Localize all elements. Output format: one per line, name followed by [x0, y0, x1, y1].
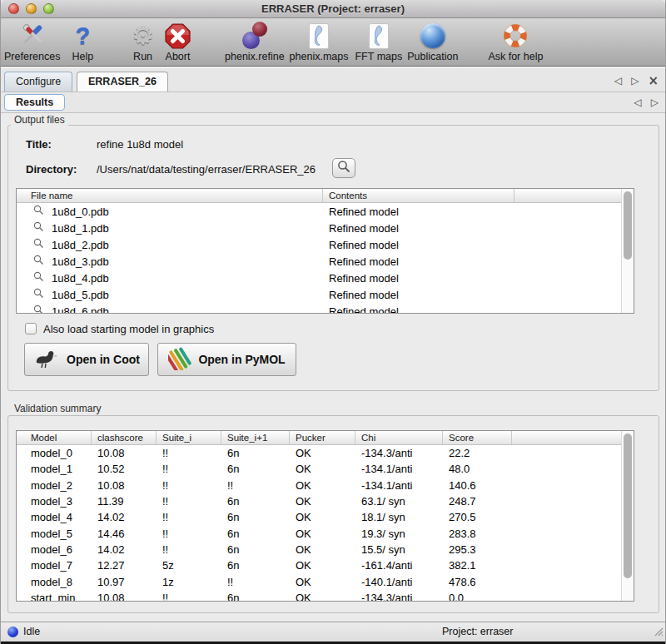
tab-results[interactable]: Results	[4, 94, 65, 111]
fft-maps-button[interactable]: FFT maps	[355, 21, 402, 62]
validation-row[interactable]: model_6 14.02 !! 6n OK 15.5/ syn 295.3	[17, 542, 634, 557]
validation-row[interactable]: model_7 12.27 5z 6n OK -161.4/anti 382.1	[17, 557, 634, 573]
scrollbar-thumb[interactable]	[624, 191, 632, 260]
tab-prev-icon[interactable]: ◁	[634, 97, 642, 108]
validation-row[interactable]: model_2 10.08 !! !! OK -134.1/anti 140.6	[17, 478, 634, 493]
gear-icon: ⚙	[132, 21, 154, 51]
cell: 14.46	[92, 528, 157, 540]
tab-next-icon[interactable]: ▷	[651, 97, 659, 108]
validation-row[interactable]: model_5 14.46 !! 6n OK 19.3/ syn 283.8	[17, 525, 634, 541]
column-header-suite-i[interactable]: Suite_i	[157, 431, 221, 444]
file-row[interactable]: 1u8d_2.pdb Refined model	[17, 236, 634, 253]
file-contents: Refined model	[323, 272, 514, 285]
cell: 10.08	[92, 592, 157, 602]
output-file-list[interactable]: File name Contents 1u8d_0.pdb Refined mo…	[16, 188, 634, 314]
validation-header: Model clashscore Suite_i Suite_i+1 Pucke…	[17, 431, 634, 445]
cell: model_0	[17, 447, 92, 459]
column-header-empty	[512, 431, 634, 444]
tab-next-icon[interactable]: ▷	[631, 75, 639, 87]
scrollbar-thumb[interactable]	[624, 433, 632, 578]
tab-configure[interactable]: Configure	[4, 72, 72, 92]
column-header-clashscore[interactable]: clashscore	[92, 431, 157, 444]
file-row[interactable]: 1u8d_6.pdb Refined model	[17, 303, 634, 314]
toolbar-label: phenix.refine	[225, 51, 285, 62]
load-starting-model-label: Also load starting model in graphics	[43, 323, 214, 335]
map-density-icon	[369, 21, 389, 51]
validation-table[interactable]: Model clashscore Suite_i Suite_i+1 Pucke…	[16, 430, 634, 602]
directory-field-value: /Users/nat/data/testing/erraser/ERRASER_…	[97, 163, 316, 176]
cell: 140.6	[443, 479, 512, 492]
column-header-model[interactable]: Model	[17, 431, 92, 444]
cell: model_6	[17, 543, 92, 556]
abort-button[interactable]: Abort	[164, 21, 191, 62]
cell: OK	[290, 592, 355, 602]
output-files-group-label: Output files	[11, 114, 68, 126]
cell: OK	[290, 463, 355, 475]
cell: OK	[290, 479, 355, 492]
cell: 270.5	[443, 511, 512, 523]
cell: 382.1	[443, 559, 512, 572]
magnifier-icon	[33, 205, 44, 218]
file-list-rows: 1u8d_0.pdb Refined model 1u8d_1.pdb Refi…	[17, 203, 634, 314]
file-row[interactable]: 1u8d_5.pdb Refined model	[17, 286, 634, 303]
magnifier-icon	[33, 221, 44, 235]
file-contents: Refined model	[323, 206, 514, 218]
toolbar: Preferences ? Help ⚙ Run Abort pheni	[1, 18, 665, 67]
open-in-coot-button[interactable]: Open in Coot	[24, 343, 149, 376]
phenix-maps-button[interactable]: phenix.maps	[290, 21, 349, 62]
column-header-suite-i1[interactable]: Suite_i+1	[221, 431, 290, 444]
validation-row[interactable]: model_3 11.39 !! 6n OK 63.1/ syn 248.7	[17, 493, 634, 509]
validation-row[interactable]: model_0 10.08 !! 6n OK -134.3/anti 22.2	[17, 445, 634, 461]
file-row[interactable]: 1u8d_4.pdb Refined model	[17, 270, 634, 286]
magnifier-icon	[33, 271, 44, 285]
publication-button[interactable]: Publication	[407, 21, 458, 62]
open-in-pymol-button[interactable]: Open in PyMOL	[157, 343, 296, 376]
toolbar-label: Help	[72, 51, 93, 62]
phenix-refine-button[interactable]: phenix.refine	[225, 21, 285, 62]
tab-close-icon[interactable]: ×	[648, 76, 659, 86]
cell: 6n	[221, 592, 290, 602]
cell: 283.8	[443, 528, 512, 540]
validation-row[interactable]: model_4 14.02 !! 6n OK 18.1/ syn 270.5	[17, 509, 634, 525]
browse-directory-button[interactable]	[332, 158, 355, 178]
cell: 0.0	[443, 592, 512, 602]
file-row[interactable]: 1u8d_1.pdb Refined model	[17, 220, 634, 236]
column-header-file-name[interactable]: File name	[17, 189, 323, 202]
tab-erraser-26[interactable]: ERRASER_26	[77, 72, 168, 92]
run-button[interactable]: ⚙ Run	[132, 21, 154, 62]
tab-prev-icon[interactable]: ◁	[614, 75, 622, 87]
ask-for-help-button[interactable]: Ask for help	[488, 21, 543, 62]
file-row[interactable]: 1u8d_3.pdb Refined model	[17, 253, 634, 270]
file-list-scrollbar[interactable]	[621, 189, 634, 313]
abort-icon	[164, 21, 191, 51]
tools-icon	[18, 21, 47, 51]
file-name: 1u8d_6.pdb	[52, 305, 109, 315]
column-header-contents[interactable]: Contents	[323, 189, 514, 202]
toolbar-label: phenix.maps	[290, 51, 349, 62]
button-label: Open in Coot	[67, 353, 140, 366]
magnifier-icon	[337, 160, 350, 176]
column-header-chi[interactable]: Chi	[355, 431, 443, 444]
project-text: Project: erraser	[442, 626, 513, 637]
preferences-button[interactable]: Preferences	[4, 21, 60, 62]
toolbar-label: Preferences	[4, 51, 60, 62]
validation-row[interactable]: model_1 10.52 !! 6n OK -134.1/anti 48.0	[17, 461, 634, 477]
column-header-score[interactable]: Score	[443, 431, 512, 444]
cell: model_1	[17, 463, 92, 475]
resize-grip[interactable]	[652, 625, 664, 639]
load-starting-model-checkbox[interactable]	[25, 323, 37, 334]
help-button[interactable]: ? Help	[72, 21, 93, 62]
magnifier-icon	[33, 255, 44, 268]
cell: 5z	[157, 559, 221, 572]
cell: !!	[221, 576, 290, 588]
title-bar[interactable]: ERRASER (Project: erraser)	[1, 0, 665, 18]
file-contents: Refined model	[323, 239, 514, 251]
cell: model_5	[17, 528, 92, 540]
cell: 10.97	[92, 576, 157, 588]
validation-body: model_0 10.08 !! 6n OK -134.3/anti 22.2 …	[17, 445, 634, 602]
file-row[interactable]: 1u8d_0.pdb Refined model	[17, 203, 634, 220]
column-header-pucker[interactable]: Pucker	[290, 431, 355, 444]
validation-row[interactable]: model_8 10.97 1z !! OK -140.1/anti 478.6	[17, 573, 634, 589]
validation-scrollbar[interactable]	[621, 431, 634, 601]
validation-row[interactable]: start_min 10.08 !! 6n OK -134.3/anti 0.0	[17, 590, 634, 602]
